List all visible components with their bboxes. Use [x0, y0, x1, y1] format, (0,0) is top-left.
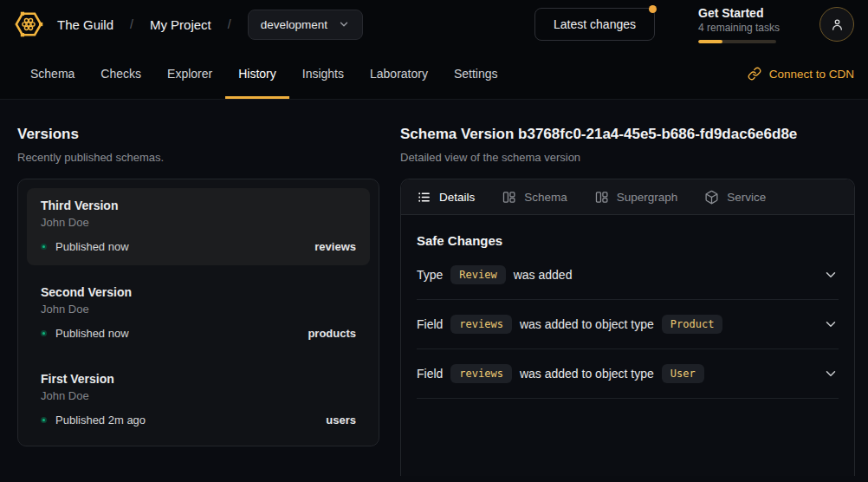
- version-service: users: [326, 414, 356, 427]
- version-author: John Doe: [41, 303, 356, 316]
- latest-changes-button[interactable]: Latest changes: [534, 8, 655, 41]
- latest-changes-label: Latest changes: [554, 17, 636, 31]
- safe-changes-heading: Safe Changes: [417, 233, 839, 248]
- detail-body: Safe Changes Type Review was added Field…: [401, 233, 854, 399]
- connect-to-cdn-label: Connect to CDN: [769, 68, 854, 81]
- breadcrumb-project[interactable]: My Project: [150, 17, 211, 32]
- change-badge: Product: [662, 315, 723, 334]
- breadcrumb-separator: /: [130, 17, 133, 31]
- version-status: Published now: [55, 240, 129, 253]
- schema-version-subtitle: Detailed view of the schema version: [400, 151, 855, 164]
- versions-title: Versions: [17, 126, 379, 143]
- version-status: Published now: [55, 327, 129, 340]
- change-suffix: was added: [514, 268, 573, 282]
- user-avatar[interactable]: [819, 7, 854, 42]
- version-name: Second Version: [41, 285, 356, 299]
- version-service: reviews: [314, 240, 356, 253]
- tab-checks[interactable]: Checks: [87, 49, 154, 99]
- get-started-progress-bar: [698, 40, 776, 43]
- schema-version-detail-card: Details Schema Sup: [400, 179, 855, 476]
- version-author: John Doe: [41, 216, 356, 229]
- detail-tab-supergraph[interactable]: Supergraph: [594, 190, 678, 205]
- tab-settings[interactable]: Settings: [441, 49, 511, 99]
- version-list-item[interactable]: First Version John Doe Published 2m ago …: [27, 362, 370, 439]
- version-list-item[interactable]: Third Version John Doe Published now rev…: [27, 188, 370, 265]
- change-prefix: Field: [417, 317, 443, 331]
- change-prefix: Field: [417, 367, 443, 381]
- chevron-down-icon[interactable]: [823, 267, 839, 283]
- version-name: Third Version: [41, 199, 356, 212]
- version-list-item[interactable]: Second Version John Doe Published now pr…: [27, 275, 370, 352]
- tab-laboratory[interactable]: Laboratory: [357, 49, 441, 99]
- get-started-subtitle: 4 remaining tasks: [698, 22, 776, 34]
- list-icon: [417, 190, 431, 205]
- detail-tab-schema[interactable]: Schema: [502, 190, 567, 205]
- change-badge: reviews: [450, 364, 512, 383]
- schema-version-title: Schema Version b3768fc0-21a4-45e5-b686-f…: [400, 126, 855, 143]
- breadcrumb-org[interactable]: The Guild: [57, 17, 113, 32]
- breadcrumb-separator: /: [228, 17, 231, 31]
- detail-tab-label: Schema: [524, 191, 567, 204]
- get-started-widget[interactable]: Get Started 4 remaining tasks: [698, 6, 776, 43]
- environment-selector[interactable]: development: [248, 10, 363, 40]
- published-dot-icon: [41, 417, 47, 423]
- panels-icon: [502, 190, 516, 205]
- change-prefix: Type: [417, 268, 443, 282]
- change-row[interactable]: Field reviews was added to object type P…: [417, 300, 839, 349]
- chevron-down-icon[interactable]: [823, 316, 839, 332]
- main-content: Versions Recently published schemas. Thi…: [0, 100, 868, 482]
- detail-tab-service[interactable]: Service: [704, 190, 766, 205]
- cube-icon: [704, 190, 719, 205]
- detail-tab-details[interactable]: Details: [417, 190, 475, 205]
- target-nav-tabs: Schema Checks Explorer History Insights …: [0, 49, 868, 100]
- published-dot-icon: [41, 330, 47, 336]
- connect-to-cdn-link[interactable]: Connect to CDN: [748, 49, 854, 99]
- published-dot-icon: [41, 244, 47, 250]
- change-suffix: was added to object type: [520, 367, 654, 381]
- guild-hexagon-logo-icon[interactable]: [14, 10, 43, 39]
- version-service: products: [308, 327, 356, 340]
- change-row[interactable]: Type Review was added: [417, 251, 839, 300]
- change-badge: reviews: [450, 315, 512, 334]
- detail-tab-label: Details: [439, 191, 475, 204]
- versions-subtitle: Recently published schemas.: [17, 151, 379, 164]
- chevron-down-icon: [338, 18, 350, 30]
- get-started-title: Get Started: [698, 6, 776, 20]
- tab-schema[interactable]: Schema: [17, 49, 87, 99]
- panels-icon: [594, 190, 609, 205]
- detail-tab-label: Service: [727, 191, 766, 204]
- top-header: The Guild / My Project / development Lat…: [0, 0, 868, 49]
- detail-tab-label: Supergraph: [617, 191, 678, 204]
- link-icon: [748, 67, 761, 81]
- detail-tab-bar: Details Schema Sup: [401, 179, 854, 215]
- notification-dot: [649, 5, 657, 13]
- version-status: Published 2m ago: [55, 414, 146, 427]
- versions-list: Third Version John Doe Published now rev…: [17, 179, 379, 446]
- environment-selector-value: development: [261, 18, 327, 31]
- change-row[interactable]: Field reviews was added to object type U…: [417, 349, 839, 399]
- version-author: John Doe: [41, 389, 356, 402]
- change-suffix: was added to object type: [520, 317, 654, 331]
- chevron-down-icon[interactable]: [823, 366, 839, 381]
- tab-explorer[interactable]: Explorer: [154, 49, 225, 99]
- tab-history[interactable]: History: [225, 49, 289, 99]
- tab-insights[interactable]: Insights: [289, 49, 357, 99]
- schema-version-detail-column: Schema Version b3768fc0-21a4-45e5-b686-f…: [400, 126, 855, 482]
- person-icon: [830, 17, 845, 32]
- get-started-progress-fill: [698, 40, 722, 43]
- version-name: First Version: [41, 372, 356, 386]
- versions-column: Versions Recently published schemas. Thi…: [17, 126, 379, 482]
- change-badge: Review: [450, 265, 505, 284]
- change-badge: User: [662, 364, 704, 383]
